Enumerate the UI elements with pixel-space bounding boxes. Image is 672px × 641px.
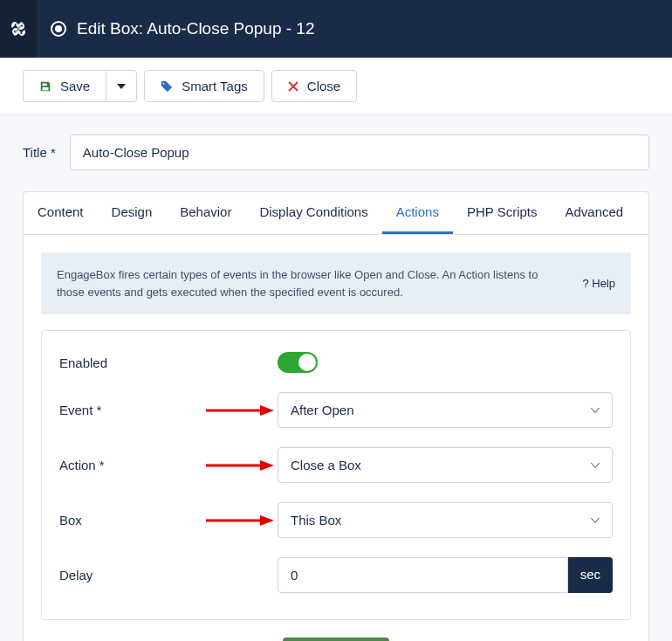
topbar: Edit Box: Auto-Close Popup - 12 — [0, 0, 672, 58]
joomla-icon[interactable] — [0, 0, 37, 58]
delay-input-group: sec — [278, 557, 613, 593]
chevron-down-icon — [591, 518, 600, 523]
svg-marker-3 — [260, 460, 274, 471]
row-box: Box This Box — [59, 502, 613, 538]
delay-suffix: sec — [568, 557, 613, 593]
save-button[interactable]: Save — [23, 70, 106, 102]
title-label: Title * — [23, 145, 56, 160]
content-area: Title * Content Design Behavior Display … — [0, 115, 672, 641]
tag-icon — [161, 80, 173, 93]
save-dropdown-button[interactable] — [106, 70, 137, 102]
svg-marker-5 — [260, 515, 274, 526]
delay-input[interactable] — [278, 557, 568, 593]
tab-behavior[interactable]: Behavior — [166, 192, 245, 234]
info-banner: EngageBox fires certain types of events … — [41, 252, 631, 314]
event-select[interactable]: After Open — [278, 392, 613, 428]
tab-actions[interactable]: Actions — [382, 192, 453, 234]
title-row: Title * — [23, 134, 649, 170]
save-button-group: Save — [23, 70, 137, 102]
action-value: Close a Box — [291, 458, 361, 472]
help-link[interactable]: ? Help — [582, 277, 615, 290]
annotation-arrow-icon — [206, 514, 274, 527]
annotation-arrow-icon — [206, 459, 274, 472]
chevron-down-icon — [591, 463, 600, 468]
action-select[interactable]: Close a Box — [278, 447, 613, 483]
box-select[interactable]: This Box — [278, 502, 613, 538]
row-enabled: Enabled — [59, 352, 613, 373]
tab-php-scripts[interactable]: PHP Scripts — [453, 192, 552, 234]
topbar-title: Edit Box: Auto-Close Popup - 12 — [51, 19, 315, 38]
enabled-toggle[interactable] — [278, 352, 318, 373]
radio-icon — [51, 21, 66, 37]
action-form-panel: Enabled Event * After Open Action * — [41, 330, 631, 620]
chevron-down-icon — [117, 84, 126, 89]
tab-advanced[interactable]: Advanced — [551, 192, 637, 234]
tab-design[interactable]: Design — [98, 192, 167, 234]
save-icon — [39, 80, 51, 93]
box-value: This Box — [291, 513, 341, 527]
annotation-arrow-icon — [206, 404, 274, 417]
row-event: Event * After Open — [59, 392, 613, 428]
chevron-down-icon — [591, 408, 600, 413]
row-delay: Delay sec — [59, 557, 613, 593]
row-action: Action * Close a Box — [59, 447, 613, 483]
save-label: Save — [60, 79, 90, 93]
add-action-wrap: + Add Action — [41, 638, 631, 641]
add-action-button[interactable]: + Add Action — [283, 638, 389, 641]
tab-display-conditions[interactable]: Display Conditions — [245, 192, 381, 234]
enabled-label: Enabled — [59, 355, 278, 370]
delay-label: Delay — [59, 568, 278, 582]
page-title-text: Edit Box: Auto-Close Popup - 12 — [77, 19, 315, 38]
toolbar: Save Smart Tags Close — [0, 58, 672, 115]
close-button[interactable]: Close — [271, 70, 357, 102]
title-input[interactable] — [70, 134, 649, 170]
smart-tags-button[interactable]: Smart Tags — [144, 70, 264, 102]
close-label: Close — [307, 79, 340, 93]
joomla-logo-icon — [8, 18, 29, 39]
tabs: Content Design Behavior Display Conditio… — [23, 191, 649, 235]
svg-marker-1 — [260, 405, 274, 416]
tab-content[interactable]: Content — [24, 192, 98, 234]
event-value: After Open — [291, 403, 354, 417]
info-text: EngageBox fires certain types of events … — [57, 266, 565, 300]
smart-tags-label: Smart Tags — [182, 79, 248, 93]
tab-content-panel: EngageBox fires certain types of events … — [23, 235, 649, 641]
close-icon — [288, 81, 298, 92]
